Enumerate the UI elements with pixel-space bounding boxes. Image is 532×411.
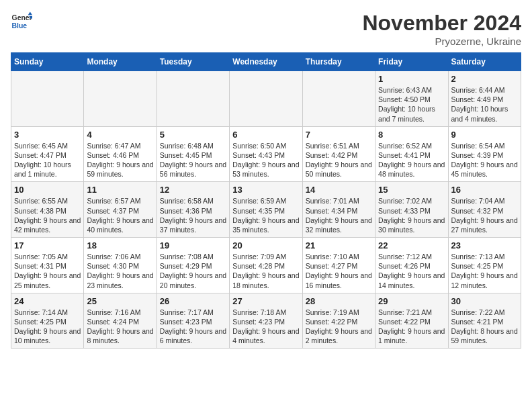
title-area: November 2024 Pryozerne, Ukraine	[362, 11, 521, 47]
day-number: 2	[451, 74, 518, 84]
day-info: Sunrise: 7:21 AMSunset: 4:22 PMDaylight:…	[378, 308, 445, 346]
day-number: 25	[87, 296, 153, 306]
calendar-cell: 7Sunrise: 6:51 AMSunset: 4:42 PMDaylight…	[302, 126, 375, 182]
weekday-header-saturday: Saturday	[448, 53, 521, 71]
day-number: 18	[87, 240, 153, 250]
calendar-cell: 30Sunrise: 7:22 AMSunset: 4:21 PMDayligh…	[448, 293, 521, 349]
calendar-cell	[157, 71, 229, 127]
calendar-cell: 11Sunrise: 6:57 AMSunset: 4:37 PMDayligh…	[84, 182, 157, 238]
day-info: Sunrise: 7:06 AMSunset: 4:30 PMDaylight:…	[87, 252, 153, 290]
day-number: 8	[378, 130, 445, 140]
day-number: 22	[378, 240, 445, 250]
day-number: 16	[451, 185, 518, 195]
day-number: 20	[232, 240, 299, 250]
day-number: 19	[160, 240, 226, 250]
day-number: 11	[87, 185, 153, 195]
calendar-cell: 23Sunrise: 7:13 AMSunset: 4:25 PMDayligh…	[448, 238, 521, 293]
day-info: Sunrise: 6:54 AMSunset: 4:39 PMDaylight:…	[451, 141, 518, 179]
day-info: Sunrise: 6:45 AMSunset: 4:47 PMDaylight:…	[14, 141, 81, 179]
day-info: Sunrise: 7:18 AMSunset: 4:23 PMDaylight:…	[232, 308, 299, 346]
calendar-cell: 21Sunrise: 7:10 AMSunset: 4:27 PMDayligh…	[302, 238, 375, 293]
calendar-cell: 8Sunrise: 6:52 AMSunset: 4:41 PMDaylight…	[375, 126, 448, 182]
calendar-cell: 28Sunrise: 7:19 AMSunset: 4:22 PMDayligh…	[302, 293, 375, 349]
calendar-cell: 25Sunrise: 7:16 AMSunset: 4:24 PMDayligh…	[84, 293, 157, 349]
calendar-cell	[84, 71, 157, 127]
day-number: 15	[378, 185, 445, 195]
day-number: 27	[232, 296, 299, 306]
day-number: 24	[14, 296, 81, 306]
calendar-week-5: 24Sunrise: 7:14 AMSunset: 4:25 PMDayligh…	[11, 293, 521, 349]
calendar-cell: 29Sunrise: 7:21 AMSunset: 4:22 PMDayligh…	[375, 293, 448, 349]
day-number: 28	[306, 296, 372, 306]
day-info: Sunrise: 7:01 AMSunset: 4:34 PMDaylight:…	[306, 196, 372, 234]
day-info: Sunrise: 7:14 AMSunset: 4:25 PMDaylight:…	[14, 308, 81, 346]
calendar-cell: 19Sunrise: 7:08 AMSunset: 4:29 PMDayligh…	[157, 238, 229, 293]
month-year-title: November 2024	[362, 11, 521, 36]
calendar-cell: 10Sunrise: 6:55 AMSunset: 4:38 PMDayligh…	[11, 182, 84, 238]
calendar-cell: 20Sunrise: 7:09 AMSunset: 4:28 PMDayligh…	[230, 238, 302, 293]
day-info: Sunrise: 6:48 AMSunset: 4:45 PMDaylight:…	[160, 141, 226, 179]
day-info: Sunrise: 6:59 AMSunset: 4:35 PMDaylight:…	[232, 196, 299, 234]
weekday-header-thursday: Thursday	[302, 53, 375, 71]
calendar-header: SundayMondayTuesdayWednesdayThursdayFrid…	[11, 53, 521, 71]
day-info: Sunrise: 7:02 AMSunset: 4:33 PMDaylight:…	[378, 196, 445, 234]
day-number: 17	[14, 240, 81, 250]
day-number: 6	[232, 130, 299, 140]
svg-text:General: General	[12, 14, 32, 21]
day-number: 7	[306, 130, 372, 140]
calendar-cell: 9Sunrise: 6:54 AMSunset: 4:39 PMDaylight…	[448, 126, 521, 182]
calendar-cell: 27Sunrise: 7:18 AMSunset: 4:23 PMDayligh…	[230, 293, 302, 349]
day-info: Sunrise: 7:17 AMSunset: 4:23 PMDaylight:…	[160, 308, 226, 346]
day-info: Sunrise: 6:52 AMSunset: 4:41 PMDaylight:…	[378, 141, 445, 179]
day-info: Sunrise: 7:16 AMSunset: 4:24 PMDaylight:…	[87, 308, 153, 346]
logo-icon: General Blue	[11, 11, 32, 32]
day-info: Sunrise: 7:04 AMSunset: 4:32 PMDaylight:…	[451, 196, 518, 234]
day-info: Sunrise: 6:58 AMSunset: 4:36 PMDaylight:…	[160, 196, 226, 234]
weekday-header-monday: Monday	[84, 53, 157, 71]
calendar-week-4: 17Sunrise: 7:05 AMSunset: 4:31 PMDayligh…	[11, 238, 521, 293]
day-number: 14	[306, 185, 372, 195]
day-number: 13	[232, 185, 299, 195]
calendar-cell	[230, 71, 302, 127]
day-info: Sunrise: 6:47 AMSunset: 4:46 PMDaylight:…	[87, 141, 153, 179]
day-number: 23	[451, 240, 518, 250]
calendar-cell: 15Sunrise: 7:02 AMSunset: 4:33 PMDayligh…	[375, 182, 448, 238]
calendar-cell: 14Sunrise: 7:01 AMSunset: 4:34 PMDayligh…	[302, 182, 375, 238]
calendar-cell: 22Sunrise: 7:12 AMSunset: 4:26 PMDayligh…	[375, 238, 448, 293]
day-info: Sunrise: 6:55 AMSunset: 4:38 PMDaylight:…	[14, 196, 81, 234]
day-number: 29	[378, 296, 445, 306]
calendar-cell: 6Sunrise: 6:50 AMSunset: 4:43 PMDaylight…	[230, 126, 302, 182]
day-info: Sunrise: 7:12 AMSunset: 4:26 PMDaylight:…	[378, 252, 445, 290]
day-info: Sunrise: 7:19 AMSunset: 4:22 PMDaylight:…	[306, 308, 372, 346]
day-number: 9	[451, 130, 518, 140]
calendar-cell: 4Sunrise: 6:47 AMSunset: 4:46 PMDaylight…	[84, 126, 157, 182]
day-info: Sunrise: 7:10 AMSunset: 4:27 PMDaylight:…	[306, 252, 372, 290]
weekday-header-row: SundayMondayTuesdayWednesdayThursdayFrid…	[11, 53, 521, 71]
calendar-cell: 5Sunrise: 6:48 AMSunset: 4:45 PMDaylight…	[157, 126, 229, 182]
day-number: 12	[160, 185, 226, 195]
weekday-header-friday: Friday	[375, 53, 448, 71]
day-number: 21	[306, 240, 372, 250]
svg-text:Blue: Blue	[12, 22, 28, 30]
calendar-cell	[302, 71, 375, 127]
day-number: 3	[14, 130, 81, 140]
calendar-cell: 24Sunrise: 7:14 AMSunset: 4:25 PMDayligh…	[11, 293, 84, 349]
day-number: 4	[87, 130, 153, 140]
day-number: 1	[378, 74, 445, 84]
svg-marker-2	[28, 12, 32, 15]
calendar-week-2: 3Sunrise: 6:45 AMSunset: 4:47 PMDaylight…	[11, 126, 521, 182]
day-number: 26	[160, 296, 226, 306]
location-subtitle: Pryozerne, Ukraine	[362, 36, 521, 47]
day-number: 5	[160, 130, 226, 140]
day-number: 10	[14, 185, 81, 195]
calendar-cell: 16Sunrise: 7:04 AMSunset: 4:32 PMDayligh…	[448, 182, 521, 238]
calendar-cell	[11, 71, 84, 127]
calendar-cell: 13Sunrise: 6:59 AMSunset: 4:35 PMDayligh…	[230, 182, 302, 238]
day-info: Sunrise: 6:50 AMSunset: 4:43 PMDaylight:…	[232, 141, 299, 179]
calendar-cell: 18Sunrise: 7:06 AMSunset: 4:30 PMDayligh…	[84, 238, 157, 293]
day-info: Sunrise: 7:05 AMSunset: 4:31 PMDaylight:…	[14, 252, 81, 290]
day-info: Sunrise: 6:43 AMSunset: 4:50 PMDaylight:…	[378, 85, 445, 124]
calendar-cell: 1Sunrise: 6:43 AMSunset: 4:50 PMDaylight…	[375, 71, 448, 127]
calendar-cell: 2Sunrise: 6:44 AMSunset: 4:49 PMDaylight…	[448, 71, 521, 127]
day-info: Sunrise: 6:44 AMSunset: 4:49 PMDaylight:…	[451, 85, 518, 124]
